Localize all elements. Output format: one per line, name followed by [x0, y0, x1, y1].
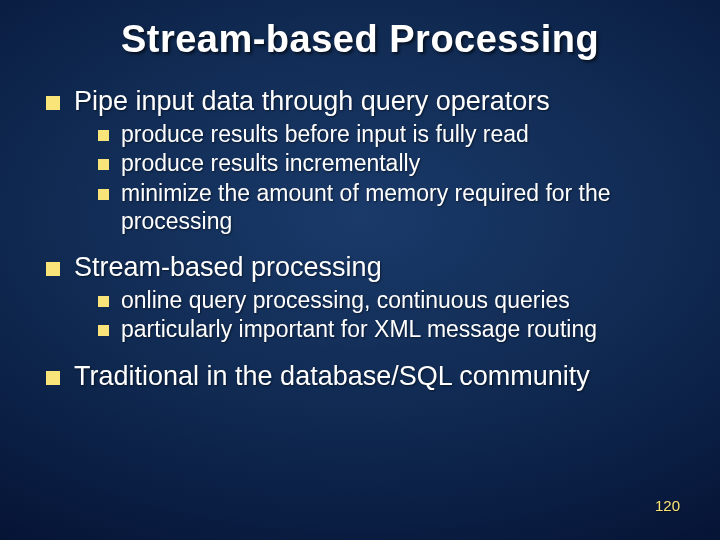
bullet-level2: produce results incrementally [98, 150, 674, 178]
square-bullet-icon [98, 159, 109, 170]
square-bullet-icon [98, 325, 109, 336]
square-bullet-icon [98, 296, 109, 307]
bullet-text: particularly important for XML message r… [121, 316, 597, 344]
slide: Stream-based Processing Pipe input data … [0, 0, 720, 540]
page-number: 120 [655, 497, 680, 514]
bullet-level1: Pipe input data through query operators [46, 85, 674, 119]
bullet-text: produce results before input is fully re… [121, 121, 529, 149]
bullet-text: produce results incrementally [121, 150, 420, 178]
square-bullet-icon [46, 371, 60, 385]
bullet-level2: particularly important for XML message r… [98, 316, 674, 344]
bullet-level2: online query processing, continuous quer… [98, 287, 674, 315]
square-bullet-icon [46, 96, 60, 110]
bullet-text: minimize the amount of memory required f… [121, 180, 674, 235]
bullet-text: Traditional in the database/SQL communit… [74, 360, 590, 394]
bullet-level2: minimize the amount of memory required f… [98, 180, 674, 235]
slide-title: Stream-based Processing [0, 0, 720, 61]
bullet-level2: produce results before input is fully re… [98, 121, 674, 149]
square-bullet-icon [46, 262, 60, 276]
bullet-text: online query processing, continuous quer… [121, 287, 570, 315]
bullet-text: Pipe input data through query operators [74, 85, 550, 119]
bullet-text: Stream-based processing [74, 251, 382, 285]
slide-content: Pipe input data through query operators … [0, 61, 720, 394]
square-bullet-icon [98, 130, 109, 141]
bullet-level1: Traditional in the database/SQL communit… [46, 360, 674, 394]
square-bullet-icon [98, 189, 109, 200]
bullet-level1: Stream-based processing [46, 251, 674, 285]
